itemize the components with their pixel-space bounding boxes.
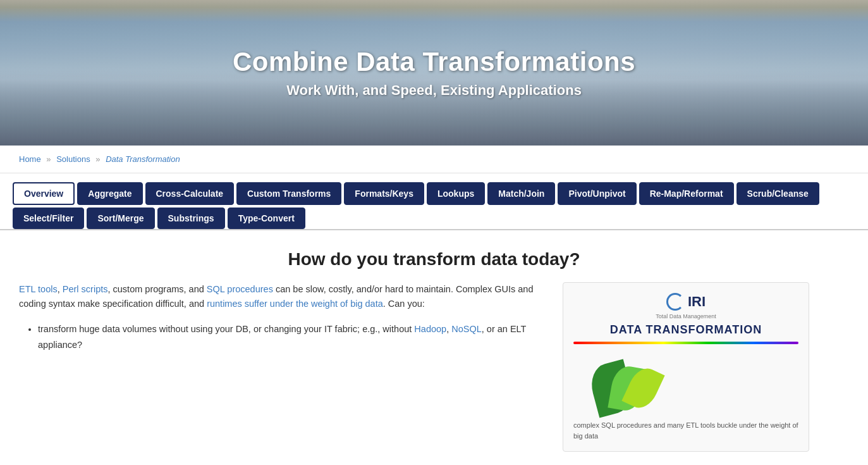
breadcrumb-home[interactable]: Home [19,154,41,164]
tab-custom-transforms[interactable]: Custom Transforms [236,182,341,205]
hadoop-link[interactable]: Hadoop [414,324,446,334]
runtimes-link[interactable]: runtimes suffer under the weight of big … [207,299,383,309]
iri-box: IRI Total Data Management DATA TRANSFORM… [563,282,809,452]
iri-section-title: DATA TRANSFORMATION [573,323,798,337]
rainbow-bar [573,342,798,344]
section-heading: How do you transform data today? [19,249,849,270]
tab-lookups[interactable]: Lookups [427,182,485,205]
breadcrumb: Home » Solutions » Data Transformation [0,146,868,173]
tab-select-filter[interactable]: Select/Filter [13,208,84,229]
etl-tools-link[interactable]: ETL tools [19,284,58,294]
tab-scrub-cleanse[interactable]: Scrub/Cleanse [737,182,819,205]
content-layout: ETL tools, Perl scripts, custom programs… [19,282,849,452]
tab-pivot-unpivot[interactable]: Pivot/Unpivot [558,182,636,205]
bullet-list: transform huge data volumes without usin… [38,321,537,352]
perl-scripts-link[interactable]: Perl scripts [63,284,108,294]
sql-procedures-link[interactable]: SQL procedures [207,284,273,294]
tab-aggregate[interactable]: Aggregate [77,182,142,205]
content-left: ETL tools, Perl scripts, custom programs… [19,282,537,356]
hero-city-overlay [0,70,868,146]
iri-logo: IRI [573,293,798,311]
nosql-link[interactable]: NoSQL [451,324,482,334]
breadcrumb-current: Data Transformation [106,154,180,164]
content-right: IRI Total Data Management DATA TRANSFORM… [563,282,809,452]
breadcrumb-sep-2: » [95,154,100,164]
leaves-container [573,350,798,414]
tab-sort-merge[interactable]: Sort/Merge [87,208,154,229]
breadcrumb-sep-1: » [46,154,51,164]
hero-title: Combine Data Transformations [233,47,635,77]
iri-logo-circle [666,293,684,311]
hero-section: Combine Data Transformations Work With, … [0,0,868,146]
iri-logo-text: IRI [688,294,706,310]
breadcrumb-solutions[interactable]: Solutions [56,154,90,164]
hero-subtitle: Work With, and Speed, Existing Applicati… [286,82,582,99]
tab-substrings[interactable]: Substrings [157,208,225,229]
iri-description: complex SQL procedures and many ETL tool… [573,420,798,441]
tab-cross-calculate[interactable]: Cross-Calculate [145,182,235,205]
tab-overview[interactable]: Overview [13,182,75,205]
nav-tabs: OverviewAggregateCross-CalculateCustom T… [0,173,868,230]
intro-paragraph: ETL tools, Perl scripts, custom programs… [19,282,537,311]
tab-formats-keys[interactable]: Formats/Keys [344,182,424,205]
bullet-item-1: transform huge data volumes without usin… [38,321,537,352]
tab-type-convert[interactable]: Type-Convert [228,208,305,229]
tab-re-map-reformat[interactable]: Re-Map/Reformat [639,182,734,205]
iri-logo-subtitle: Total Data Management [573,313,798,319]
main-content: How do you transform data today? ETL too… [0,230,868,464]
tab-match-join[interactable]: Match/Join [487,182,555,205]
